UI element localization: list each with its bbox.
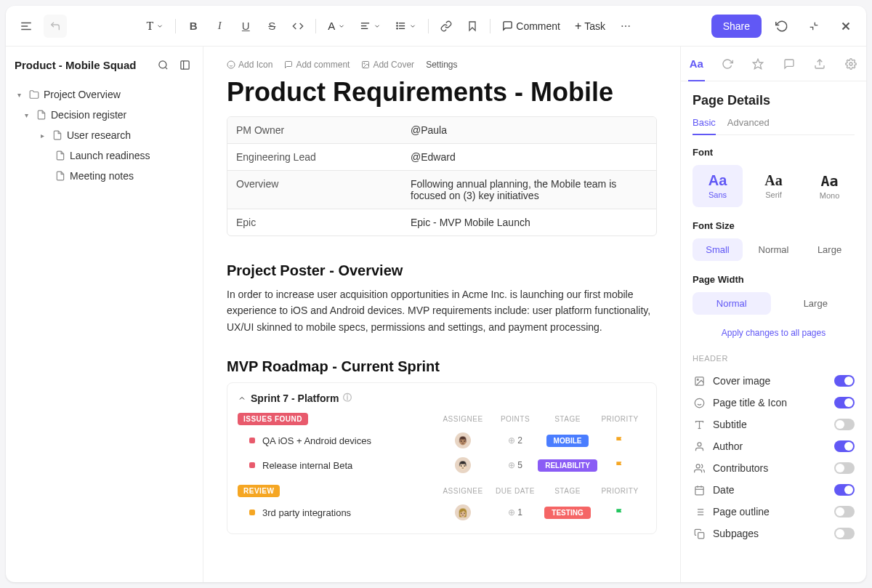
text-style-dropdown[interactable]: T (141, 17, 170, 36)
info-key: Overview (227, 171, 402, 209)
bold-icon[interactable]: B (182, 15, 205, 38)
toggle-row: Subpages (693, 523, 855, 544)
page-title[interactable]: Product Requirements - Mobile (203, 77, 680, 116)
add-icon-button[interactable]: Add Icon (227, 60, 272, 70)
avatar[interactable]: 👨🏽 (455, 432, 471, 448)
link-icon[interactable] (435, 15, 458, 38)
header-section-label: HEADER (693, 354, 855, 363)
info-val[interactable]: @Paula (402, 117, 656, 143)
sidebar-item-project-overview[interactable]: ▾Project Overview (15, 84, 194, 105)
sidebar-item-label: Decision register (51, 109, 126, 121)
paragraph[interactable]: In order to increase user acquisition op… (203, 286, 680, 347)
calendar-icon (693, 485, 706, 496)
task-row[interactable]: Release internal Beta👨🏻⊕5RELIABILITY (227, 453, 656, 478)
svg-rect-38 (695, 486, 703, 494)
task-row[interactable]: 3rd party integrations👩🏼⊕1TESTING (227, 500, 656, 525)
subtab-basic[interactable]: Basic (693, 117, 716, 135)
add-cover-button[interactable]: Add Cover (361, 60, 414, 70)
info-key: PM Owner (227, 117, 402, 143)
task-name: 3rd party integrations (262, 507, 437, 518)
tab-export[interactable] (804, 47, 836, 81)
size-normal[interactable]: Normal (748, 238, 799, 261)
tab-page-details[interactable]: Aa (681, 47, 712, 81)
settings-button[interactable]: Settings (426, 60, 457, 70)
list-dropdown[interactable] (389, 17, 422, 34)
user-icon (693, 441, 706, 452)
toggle-switch[interactable] (834, 462, 855, 474)
tab-comments[interactable] (774, 47, 805, 81)
subtab-advanced[interactable]: Advanced (727, 117, 770, 134)
task-row[interactable]: QA iOS + Android devices👨🏽⊕2MOBILE (227, 428, 656, 453)
tab-ai[interactable] (743, 47, 774, 81)
text-color-dropdown[interactable]: A (322, 17, 351, 35)
font-mono[interactable]: AaMono (804, 165, 855, 207)
share-button[interactable]: Share (711, 15, 762, 38)
task-name: QA iOS + Android devices (262, 435, 437, 446)
avatar[interactable]: 👩🏼 (455, 504, 471, 520)
section-heading[interactable]: MVP Roadmap - Current Sprint (203, 347, 680, 382)
width-large[interactable]: Large (777, 292, 855, 315)
comment-button[interactable]: Comment (496, 17, 566, 35)
italic-icon[interactable]: I (208, 15, 231, 38)
sidebar-item-launch-readiness[interactable]: Launch readiness (15, 145, 194, 166)
task-button[interactable]: +Task (569, 17, 611, 36)
history-icon[interactable] (770, 15, 794, 38)
more-icon[interactable] (614, 15, 637, 38)
sidebar-item-decision-register[interactable]: ▾Decision register (15, 105, 194, 125)
menu-icon[interactable] (15, 15, 38, 38)
toggle-row: Page outline (693, 501, 855, 523)
sidebar-item-user-research[interactable]: ▸User research (15, 125, 194, 145)
undo-icon[interactable] (44, 15, 67, 38)
toggle-switch[interactable] (834, 506, 855, 517)
toggle-switch[interactable] (834, 440, 855, 452)
right-panel: Aa Page Details Basic Advanced Font AaSa… (680, 47, 866, 582)
info-val[interactable]: Epic - MVP Mobile Launch (402, 209, 656, 235)
svg-point-37 (696, 464, 700, 467)
info-val[interactable]: @Edward (402, 144, 656, 170)
toggle-switch[interactable] (834, 419, 855, 430)
underline-icon[interactable]: U (234, 15, 257, 38)
close-icon[interactable] (834, 15, 857, 38)
font-serif[interactable]: AaSerif (748, 165, 799, 207)
toggle-label: Page title & Icon (713, 397, 827, 408)
align-dropdown[interactable] (354, 17, 387, 34)
toggle-switch[interactable] (834, 397, 855, 408)
top-toolbar: T B I U S A Comment +Task Share (6, 6, 866, 47)
sidebar-item-label: User research (67, 129, 131, 141)
apply-all-link[interactable]: Apply changes to all pages (693, 328, 855, 338)
sidebar-item-label: Launch readiness (70, 150, 150, 161)
col-header: POINTS (489, 415, 541, 423)
toggle-switch[interactable] (834, 528, 855, 539)
tab-settings[interactable] (836, 47, 867, 81)
collapse-icon[interactable] (802, 15, 825, 38)
section-heading[interactable]: Project Poster - Overview (203, 251, 680, 286)
bookmark-icon[interactable] (461, 15, 484, 38)
info-table: PM Owner@Paula Engineering Lead@Edward O… (227, 116, 657, 236)
size-small[interactable]: Small (693, 238, 743, 261)
svg-line-18 (165, 67, 167, 69)
col-header: ASSIGNEE (437, 487, 489, 495)
toggle-row: Contributors (693, 457, 855, 479)
width-normal[interactable]: Normal (693, 292, 771, 315)
sprint-header[interactable]: Sprint 7 - Platformⓘ (227, 392, 656, 410)
sidebar-toggle-icon[interactable] (175, 55, 194, 74)
avatar[interactable]: 👨🏻 (455, 457, 471, 473)
col-header: STAGE (541, 415, 594, 423)
search-icon[interactable] (153, 55, 172, 74)
status-square (249, 438, 255, 443)
tab-activity[interactable] (712, 47, 743, 81)
sidebar-item-label: Project Overview (44, 89, 121, 100)
code-icon[interactable] (286, 15, 310, 38)
toggle-switch[interactable] (834, 484, 855, 496)
svg-rect-19 (180, 60, 188, 68)
size-large[interactable]: Large (804, 238, 855, 261)
strikethrough-icon[interactable]: S (260, 15, 283, 38)
sidebar-item-meeting-notes[interactable]: Meeting notes (15, 166, 194, 186)
add-comment-button[interactable]: Add comment (284, 60, 350, 70)
font-sans[interactable]: AaSans (693, 165, 743, 207)
svg-point-9 (397, 23, 397, 23)
info-val[interactable]: Following annual planning, the Mobile te… (402, 171, 656, 209)
font-label: Font (693, 147, 855, 158)
svg-point-28 (849, 63, 852, 65)
toggle-switch[interactable] (834, 375, 855, 387)
